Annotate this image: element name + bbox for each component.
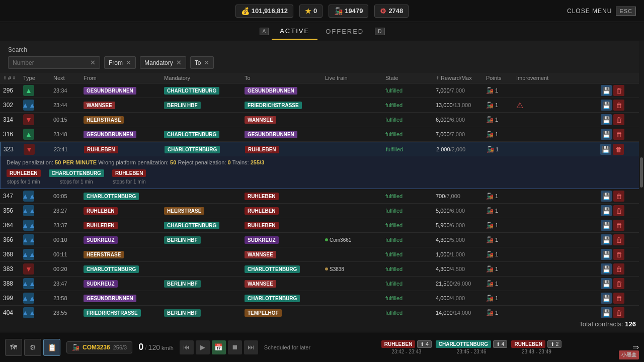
- number-input[interactable]: [13, 59, 88, 66]
- close-menu-button[interactable]: CLOSE MENU ESC: [567, 7, 636, 16]
- col-num[interactable]: ⬆#⬇: [3, 75, 23, 81]
- row-points: 🚂 1: [486, 131, 516, 138]
- row-mandatory: BERLIN HBF: [164, 102, 245, 109]
- train-forward-btn[interactable]: ⏭: [244, 340, 258, 354]
- top-bar: 💰 101,916,812 ★ 0 🚂 19479 ⚙ 2748 CLOSE M…: [0, 0, 644, 22]
- scrollbar[interactable]: [639, 41, 644, 332]
- save-btn[interactable]: 💾: [601, 249, 612, 260]
- row-type: ▲▲: [23, 293, 53, 304]
- from-filter-tag[interactable]: From ✕: [104, 56, 136, 69]
- save-btn[interactable]: 💾: [601, 278, 612, 289]
- col-live[interactable]: Live train: [325, 75, 385, 81]
- col-points[interactable]: Points: [486, 75, 516, 81]
- delete-btn[interactable]: 🗑: [613, 249, 624, 260]
- row-actions: 💾 🗑: [601, 100, 626, 111]
- delete-btn[interactable]: 🗑: [613, 263, 624, 275]
- to-clear-btn[interactable]: ✕: [204, 59, 209, 66]
- scrollbar-thumb[interactable]: [640, 157, 643, 188]
- mandatory-filter-tag[interactable]: Mandatory ✕: [140, 56, 186, 69]
- table-row[interactable]: 316 ▲ 23:48 GESUNDBRUNNEN CHARLOTTENBURG…: [0, 127, 644, 142]
- number-filter[interactable]: ✕: [8, 56, 100, 69]
- row-to: WANNSEE: [245, 116, 325, 124]
- row-reward: 13,000/13,000: [436, 102, 486, 108]
- table-row[interactable]: 399 ▲▲ 23:58 GESUNDBRUNNEN CHARLOTTENBUR…: [0, 291, 644, 306]
- row-to: GESUNDBRUNNEN: [245, 87, 325, 95]
- delete-btn[interactable]: 🗑: [613, 307, 624, 318]
- col-from[interactable]: From: [84, 75, 164, 81]
- save-btn[interactable]: 💾: [601, 234, 612, 245]
- contracts-list[interactable]: 296 ▲ 23:34 GESUNDBRUNNEN CHARLOTTENBURG…: [0, 83, 644, 324]
- delete-btn[interactable]: 🗑: [613, 114, 624, 125]
- number-clear-btn[interactable]: ✕: [90, 59, 96, 66]
- save-btn[interactable]: 💾: [601, 263, 612, 275]
- train-play-btn[interactable]: ▶: [196, 340, 210, 354]
- stop-item: RUHLEBEN stops for 1 min: [112, 169, 146, 185]
- esc-key[interactable]: ESC: [616, 7, 636, 16]
- save-btn[interactable]: 💾: [600, 144, 611, 155]
- search-label: Search: [8, 46, 636, 53]
- delete-btn[interactable]: 🗑: [613, 129, 624, 140]
- col-reward[interactable]: ⬆Reward/Max: [436, 75, 486, 81]
- tab-active[interactable]: ACTIVE: [272, 23, 317, 40]
- save-btn[interactable]: 💾: [601, 205, 612, 216]
- col-state[interactable]: State: [385, 75, 436, 81]
- delete-btn[interactable]: 🗑: [613, 144, 624, 155]
- stop-count: ⬆ 4: [493, 340, 507, 348]
- table-row[interactable]: 347 ▲▲ 00:05 CHARLOTTENBURG RUHLEBEN ful…: [0, 189, 644, 204]
- row-num: 347: [3, 193, 23, 200]
- table-row[interactable]: 296 ▲ 23:34 GESUNDBRUNNEN CHARLOTTENBURG…: [0, 83, 644, 98]
- table-row[interactable]: 383 ▼ 00:20 CHARLOTTENBURG CHARLOTTENBUR…: [0, 262, 644, 277]
- expansion-penalty-info: Delay penalization: 50 PER MINUTE Wrong …: [7, 159, 637, 165]
- save-btn[interactable]: 💾: [601, 293, 612, 304]
- save-btn[interactable]: 💾: [601, 129, 612, 140]
- delete-btn[interactable]: 🗑: [613, 191, 624, 202]
- delete-btn[interactable]: 🗑: [613, 205, 624, 216]
- row-points: 🚂 1: [486, 207, 516, 214]
- table-row[interactable]: 404 ▲▲ 23:55 FRIEDRICHSTRASSE BERLIN HBF…: [0, 306, 644, 320]
- table-row[interactable]: 366 ▲▲ 00:10 SUDKREUZ BERLIN HBF SUDKREU…: [0, 233, 644, 247]
- train-back-btn[interactable]: ⏮: [180, 340, 194, 354]
- save-btn[interactable]: 💾: [601, 191, 612, 202]
- delete-btn[interactable]: 🗑: [613, 278, 624, 289]
- col-type[interactable]: Type: [23, 75, 53, 81]
- col-next[interactable]: Next: [53, 75, 84, 81]
- to-filter-tag[interactable]: To ✕: [190, 56, 214, 69]
- table-row[interactable]: 302 ▲▲ 23:44 WANNSEE BERLIN HBF FRIEDRIC…: [0, 98, 644, 113]
- delete-btn[interactable]: 🗑: [613, 85, 624, 96]
- col-improvement[interactable]: Improvement: [516, 75, 601, 81]
- bottom-icon-map[interactable]: 🗺: [5, 339, 22, 356]
- col-mandatory[interactable]: Mandatory: [164, 75, 245, 81]
- save-btn[interactable]: 💾: [601, 100, 612, 111]
- delete-btn[interactable]: 🗑: [613, 234, 624, 245]
- table-row[interactable]: 314 ▼ 00:15 HEERSTRASE WANNSEE fulfilled…: [0, 113, 644, 127]
- row-num: 323: [4, 146, 24, 153]
- bottom-icon-settings[interactable]: ⚙: [24, 339, 41, 356]
- delete-btn[interactable]: 🗑: [613, 293, 624, 304]
- tab-a-key[interactable]: A: [260, 28, 269, 35]
- row-points: 🚂 1: [486, 265, 516, 273]
- train-stop-btn[interactable]: ⏹: [228, 340, 242, 354]
- col-to[interactable]: To: [245, 75, 325, 81]
- row-to: SUDKREUZ: [245, 236, 325, 244]
- train-schedule-btn[interactable]: 📅: [212, 340, 226, 354]
- row-type: ▲: [23, 129, 53, 140]
- tab-offered[interactable]: OFFERED: [317, 24, 372, 39]
- table-row[interactable]: 368 ▲▲ 00:11 HEERSTRASE WANNSEE fulfille…: [0, 247, 644, 262]
- mandatory-clear-btn[interactable]: ✕: [176, 59, 182, 66]
- table-row[interactable]: 356 ▲▲ 23:27 RUHLEBEN HEERSTRASE RUHLEBE…: [0, 204, 644, 218]
- save-btn[interactable]: 💾: [601, 220, 612, 231]
- stops-row: RUHLEBEN stops for 1 min CHARLOTTENBURG …: [7, 169, 637, 185]
- save-btn[interactable]: 💾: [601, 85, 612, 96]
- bottom-icon-contracts[interactable]: 📋: [43, 339, 60, 356]
- save-btn[interactable]: 💾: [601, 114, 612, 125]
- stars-value: 0: [313, 7, 317, 15]
- delete-btn[interactable]: 🗑: [613, 100, 624, 111]
- save-btn[interactable]: 💾: [601, 307, 612, 318]
- from-clear-btn[interactable]: ✕: [126, 59, 131, 66]
- tab-d-key[interactable]: D: [375, 28, 384, 35]
- table-row-selected[interactable]: 323 ▼ 23:41 RUHLEBEN CHARLOTTENBURG RUHL…: [0, 142, 644, 156]
- delete-btn[interactable]: 🗑: [613, 220, 624, 231]
- table-row[interactable]: 364 ▲▲ 23:37 RUHLEBEN CHARLOTTENBURG RUH…: [0, 218, 644, 233]
- row-num: 314: [3, 116, 23, 123]
- table-row[interactable]: 388 ▲▲ 23:47 SUDKREUZ BERLIN HBF WANNSEE…: [0, 277, 644, 291]
